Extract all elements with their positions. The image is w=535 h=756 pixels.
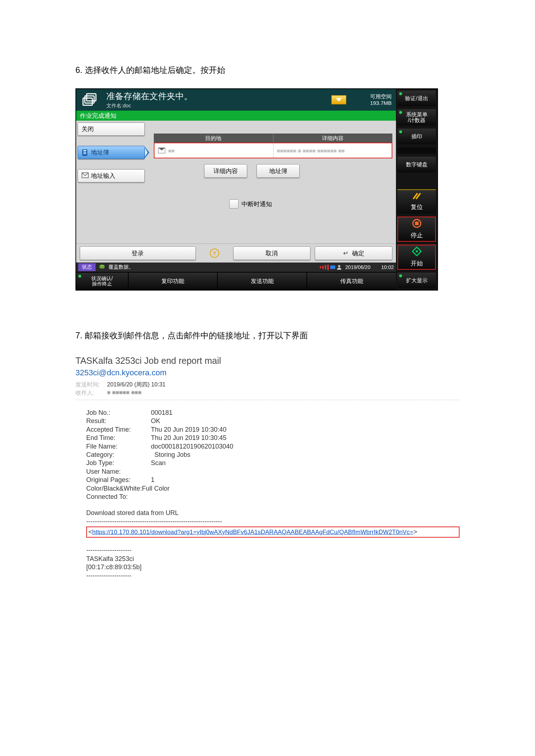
mfp-panel: 准备存储在文件夹中。 文件名:doc 可用空间 193.7MB 作业完成通知 关…: [75, 88, 438, 291]
email-from: 3253ci@dcn.kyocera.com: [75, 368, 460, 377]
download-link[interactable]: https://10.170.80.101/download?arg1=yIbj…: [92, 529, 414, 535]
tab-send[interactable]: 发送功能: [218, 273, 307, 290]
header-dropdown[interactable]: [331, 95, 346, 105]
notify-bar: 作业完成通知: [76, 111, 396, 121]
destination-header: 目的地 详细内容: [154, 134, 392, 143]
envelope-icon: [82, 172, 89, 180]
address-input-tab[interactable]: 地址输入: [78, 169, 145, 182]
enter-icon: ↵: [343, 249, 349, 257]
header-filename: 文件名:doc: [106, 103, 329, 109]
svg-rect-6: [83, 152, 86, 153]
dest-detail: ■■■■■■ ■ ■■■■ ■■■■■■ ■■: [277, 148, 345, 154]
svg-rect-15: [415, 222, 419, 225]
header-title: 准备存储在文件夹中。: [106, 91, 329, 102]
svg-rect-7: [83, 153, 86, 154]
reset-button[interactable]: 复位: [397, 189, 436, 214]
auth-logout-button[interactable]: 验证/退出: [397, 91, 436, 106]
tab-status[interactable]: 状况确认/操作终止: [76, 273, 129, 290]
step6-heading: 6. 选择收件人的邮箱地址后确定。按开始: [75, 65, 460, 76]
tab-fax[interactable]: 传真功能: [307, 273, 396, 290]
interrupt-notify-row[interactable]: 中断时通知: [229, 199, 392, 209]
address-book-icon: [82, 149, 89, 156]
device-mac: [00:17:c8:89:03:5b]: [86, 563, 460, 571]
email-body: Job No.:000181 Result:OK Accepted Time:T…: [75, 409, 460, 580]
detail-button[interactable]: 详细内容: [204, 164, 247, 178]
interrupt-print-button[interactable]: 插印: [397, 129, 436, 144]
device-model: TASKalfa 3253ci: [86, 555, 460, 563]
address-book-tab[interactable]: 地址簿: [78, 146, 145, 159]
tab-copy[interactable]: 复印功能: [129, 273, 218, 290]
disk-icon: [99, 264, 105, 270]
status-chip[interactable]: 状态: [78, 263, 96, 271]
svg-marker-3: [336, 98, 342, 102]
status-icons: [320, 265, 342, 270]
sent-label: 发送时间:: [75, 381, 101, 389]
close-button[interactable]: 关闭: [78, 122, 145, 136]
stop-button[interactable]: 停止: [397, 217, 436, 242]
stop-icon: [412, 219, 421, 230]
header-freespace: 可用空间 193.7MB: [349, 93, 396, 106]
zoom-display-button[interactable]: 扩大显示: [397, 273, 436, 288]
email-subject: TASKalfa 3253ci Job end report mail: [75, 356, 460, 366]
bottom-tabs: 状况确认/操作终止 复印功能 发送功能 传真功能: [76, 272, 396, 290]
system-menu-button[interactable]: 系统菜单 /计数器: [397, 109, 436, 126]
to-label: 收件人:: [75, 389, 101, 397]
help-icon[interactable]: ?: [210, 249, 219, 258]
sent-value: 2019/6/20 (周四) 10:31: [107, 381, 166, 389]
destination-row[interactable]: ■■ ■■■■■■ ■ ■■■■ ■■■■■■ ■■: [154, 143, 392, 158]
to-value: ■ ■■■■■ ■■■: [107, 389, 142, 397]
svg-rect-5: [83, 150, 86, 151]
svg-point-17: [416, 250, 418, 252]
start-icon: [412, 247, 421, 258]
login-button[interactable]: 登录: [80, 246, 196, 260]
download-url-box: <https://10.170.80.101/download?arg1=yIb…: [86, 527, 460, 538]
checkbox-icon[interactable]: [229, 199, 239, 209]
panel-header: 准备存储在文件夹中。 文件名:doc 可用空间 193.7MB: [76, 89, 396, 111]
dest-name: ■■: [168, 148, 175, 154]
cancel-button[interactable]: 取消: [233, 246, 311, 260]
folder-stack-icon: [76, 92, 105, 107]
download-heading: Download stored data from URL: [86, 509, 460, 517]
reset-icon: [412, 193, 421, 201]
svg-point-11: [338, 265, 340, 267]
numeric-keypad-button[interactable]: 数字键盘: [397, 157, 436, 172]
mail-icon: [158, 148, 165, 153]
status-bar: 状态 覆盖数据。 2019/06/20 10:02: [76, 263, 396, 272]
step7-heading: 7. 邮箱接收到邮件信息，点击邮件中的链接地址，打开以下界面: [75, 330, 460, 341]
ok-button[interactable]: ↵ 确定: [315, 246, 392, 260]
svg-rect-10: [330, 265, 335, 269]
addressbook-button[interactable]: 地址簿: [257, 164, 300, 178]
start-button[interactable]: 开始: [397, 245, 436, 270]
